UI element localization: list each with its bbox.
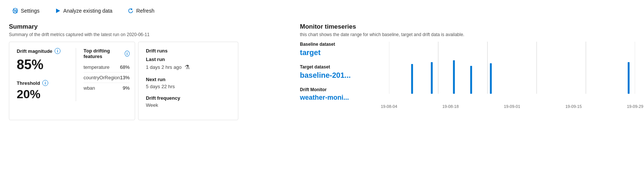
feature-name-wban: wban xyxy=(84,85,95,91)
target-dataset-label: Target dataset xyxy=(300,64,374,70)
drift-monitor-block: Drift Monitor weather-moni... xyxy=(300,87,374,102)
analyze-label: Analyze existing data xyxy=(63,8,112,14)
svg-rect-10 xyxy=(470,66,472,94)
feature-row-temperature: temperature 68% xyxy=(84,62,130,73)
x-label-1: 19-08-04 xyxy=(378,104,400,109)
drift-runs-card: Drift runs Last run 1 days 2 hrs ago ⚗ N… xyxy=(138,42,238,120)
threshold-value: 20% xyxy=(17,87,68,101)
play-icon xyxy=(55,7,61,14)
refresh-button[interactable]: Refresh xyxy=(124,6,157,16)
next-run-block: Next run 5 days 22 hrs xyxy=(146,77,231,89)
chart-container: 19-08-04 19-08-18 19-09-01 19-09-15 19-0… xyxy=(389,42,635,109)
chart-svg xyxy=(389,42,635,101)
timeseries-chart: 19-08-04 19-08-18 19-09-01 19-09-15 19-0… xyxy=(389,42,635,109)
drift-monitor-value[interactable]: weather-moni... xyxy=(300,94,374,102)
settings-icon xyxy=(12,7,19,14)
drift-frequency-block: Drift frequency Week xyxy=(146,95,231,108)
last-run-value: 1 days 2 hrs ago ⚗ xyxy=(146,64,231,71)
summary-title: Summary xyxy=(9,23,291,31)
baseline-dataset-label: Baseline dataset xyxy=(300,42,374,47)
monitor-labels: Baseline dataset target Target dataset b… xyxy=(300,42,374,109)
drift-magnitude-info-icon[interactable]: i xyxy=(55,48,61,54)
summary-subtitle: Summary of the drift metrics captured wi… xyxy=(9,32,291,37)
summary-card: Drift magnitude i 85% Threshold i 20% xyxy=(9,42,135,120)
svg-rect-11 xyxy=(490,63,492,94)
last-run-block: Last run 1 days 2 hrs ago ⚗ xyxy=(146,57,231,71)
x-label-2: 19-08-18 xyxy=(439,104,462,109)
drift-magnitude-col: Drift magnitude i 85% Threshold i 20% xyxy=(17,48,76,101)
left-section: Summary Summary of the drift metrics cap… xyxy=(9,23,291,120)
feature-pct-countryorregion: 13% xyxy=(120,75,130,80)
top-drifting-col: Top drifting features i temperature 68% … xyxy=(76,48,130,101)
x-axis: 19-08-04 19-08-18 19-09-01 19-09-15 19-0… xyxy=(389,104,635,109)
analyze-button[interactable]: Analyze existing data xyxy=(52,6,115,16)
x-label-4: 19-09-15 xyxy=(562,104,585,109)
drift-frequency-value: Week xyxy=(146,102,231,108)
next-run-label: Next run xyxy=(146,77,231,82)
feature-pct-wban: 9% xyxy=(123,85,130,91)
feature-name-temperature: temperature xyxy=(84,64,109,70)
feature-row-wban: wban 9% xyxy=(84,83,130,93)
feature-name-countryorregion: countryOrRegion xyxy=(84,75,120,80)
svg-rect-8 xyxy=(431,62,433,94)
monitor-title: Monitor timeseries xyxy=(300,23,635,31)
baseline-dataset-block: Baseline dataset target xyxy=(300,42,374,57)
target-dataset-value[interactable]: baseline-201... xyxy=(300,71,374,80)
drift-magnitude-value: 85% xyxy=(17,57,68,73)
x-label-5: 19-09-29 xyxy=(624,104,644,109)
threshold-label: Threshold i xyxy=(17,80,68,86)
settings-label: Settings xyxy=(21,8,40,14)
threshold-info-icon[interactable]: i xyxy=(42,80,48,86)
next-run-value: 5 days 22 hrs xyxy=(146,84,231,89)
monitor-subtitle: this chart shows the date range for whic… xyxy=(300,32,635,37)
main-content: Summary Summary of the drift metrics cap… xyxy=(9,23,635,120)
feature-pct-temperature: 68% xyxy=(120,64,130,70)
cards-row: Drift magnitude i 85% Threshold i 20% xyxy=(9,42,291,120)
features-list: temperature 68% countryOrRegion 13% wban… xyxy=(84,62,130,93)
flask-icon: ⚗ xyxy=(184,64,190,71)
drift-frequency-label: Drift frequency xyxy=(146,95,231,101)
settings-button[interactable]: Settings xyxy=(9,6,43,16)
drift-runs-title: Drift runs xyxy=(146,48,231,54)
svg-marker-0 xyxy=(56,9,60,13)
x-label-3: 19-09-01 xyxy=(501,104,523,109)
top-drifting-info-icon[interactable]: i xyxy=(125,51,130,57)
drift-magnitude-label: Drift magnitude i xyxy=(17,48,68,54)
monitor-section: Monitor timeseries this chart shows the … xyxy=(300,23,635,120)
toolbar: Settings Analyze existing data Refresh xyxy=(9,6,635,16)
feature-row-countryorregion: countryOrRegion 13% xyxy=(84,73,130,83)
last-run-label: Last run xyxy=(146,57,231,62)
top-drifting-label: Top drifting features i xyxy=(84,48,130,59)
summary-inner: Drift magnitude i 85% Threshold i 20% xyxy=(17,48,127,101)
svg-rect-7 xyxy=(411,64,413,94)
refresh-label: Refresh xyxy=(136,8,154,14)
drift-monitor-label: Drift Monitor xyxy=(300,87,374,92)
svg-rect-12 xyxy=(628,62,630,94)
svg-rect-9 xyxy=(453,60,455,94)
refresh-icon xyxy=(127,7,134,14)
baseline-dataset-value[interactable]: target xyxy=(300,48,374,57)
monitor-inner: Baseline dataset target Target dataset b… xyxy=(300,42,635,109)
target-dataset-block: Target dataset baseline-201... xyxy=(300,64,374,80)
